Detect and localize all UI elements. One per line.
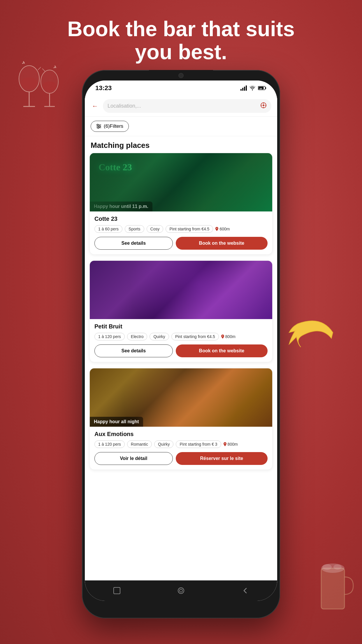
bar-image-aux-emotions: Happy hour all night bbox=[90, 368, 272, 427]
phone-notch bbox=[149, 70, 213, 80]
battery-icon: 45 bbox=[258, 86, 267, 90]
tag-romantic: Romantic bbox=[127, 440, 152, 448]
svg-line-13 bbox=[42, 69, 45, 71]
filters-label: (6)Filters bbox=[104, 123, 123, 129]
tag-distance-aux-emotions: 800m bbox=[224, 440, 238, 448]
filters-area: (6)Filters bbox=[85, 117, 277, 136]
bar-image-cotte23: Happy hour until 11 p.m. bbox=[90, 153, 272, 211]
cards-scroll[interactable]: Happy hour until 11 p.m. Cotte 23 1 à 60… bbox=[85, 153, 277, 580]
bar-info-aux-emotions: Aux Emotions 1 à 120 pers Romantic Quirk… bbox=[90, 427, 272, 470]
svg-line-12 bbox=[38, 67, 41, 70]
svg-point-39 bbox=[178, 588, 184, 594]
nav-icon-back[interactable] bbox=[240, 585, 250, 596]
bar-actions-cotte23: See details Book on the website bbox=[94, 237, 268, 250]
see-details-button-aux-emotions[interactable]: Voir le détail bbox=[94, 452, 173, 465]
bar-name-cotte23: Cotte 23 bbox=[94, 216, 268, 222]
bar-info-petit-bruit: Petit Bruit 1 à 120 pers Electro Quirky … bbox=[90, 319, 272, 362]
hero-title-line2: you best. bbox=[135, 40, 227, 64]
svg-rect-23 bbox=[265, 87, 266, 89]
svg-point-36 bbox=[99, 126, 101, 127]
tag-quirky-3: Quirky bbox=[154, 440, 173, 448]
svg-point-40 bbox=[180, 589, 182, 592]
bar-card-aux-emotions: Happy hour all night Aux Emotions 1 à 12… bbox=[89, 368, 273, 470]
tag-pint-price: Pint starting from €4.5 bbox=[166, 225, 213, 233]
svg-rect-20 bbox=[244, 87, 245, 91]
svg-rect-18 bbox=[240, 89, 242, 91]
matching-places-header: Matching places bbox=[85, 136, 277, 153]
bar-card-petit-bruit: Petit Bruit 1 à 120 pers Electro Quirky … bbox=[89, 260, 273, 362]
svg-rect-21 bbox=[246, 85, 247, 91]
bottom-nav bbox=[85, 580, 277, 601]
book-button-petit-bruit[interactable]: Book on the website bbox=[176, 344, 268, 357]
svg-point-16 bbox=[322, 564, 332, 570]
tag-quirky: Quirky bbox=[150, 333, 169, 340]
see-details-button-petit-bruit[interactable]: See details bbox=[94, 344, 173, 357]
svg-point-37 bbox=[98, 127, 99, 129]
tag-pint-price-3: Pint starting from € 3 bbox=[176, 440, 221, 448]
svg-rect-38 bbox=[114, 587, 120, 594]
svg-point-27 bbox=[263, 104, 264, 106]
svg-point-3 bbox=[21, 77, 37, 89]
bar-tags-aux-emotions: 1 à 120 pers Romantic Quirky Pint starti… bbox=[94, 440, 268, 448]
bar-info-cotte23: Cotte 23 1 à 60 pers Sports Cosy Pint st… bbox=[90, 211, 272, 254]
phone-camera bbox=[178, 73, 184, 78]
phone-screen: 13:23 bbox=[85, 80, 277, 601]
see-details-button-cotte23[interactable]: See details bbox=[94, 237, 173, 250]
bar-name-petit-bruit: Petit Bruit bbox=[94, 323, 268, 330]
bar-actions-petit-bruit: See details Book on the website bbox=[94, 344, 268, 357]
nav-icon-circle[interactable] bbox=[176, 585, 186, 596]
wifi-icon bbox=[249, 85, 256, 91]
svg-text:45: 45 bbox=[259, 88, 262, 90]
back-button[interactable]: ← bbox=[91, 101, 99, 111]
tag-capacity: 1 à 60 pers bbox=[94, 225, 122, 233]
svg-point-17 bbox=[333, 564, 342, 570]
svg-point-35 bbox=[97, 124, 99, 126]
bar-actions-aux-emotions: Voir le détail Réserver sur le site bbox=[94, 452, 268, 465]
nav-icon-square[interactable] bbox=[112, 585, 122, 596]
bar-image-petit-bruit bbox=[90, 261, 272, 319]
svg-rect-19 bbox=[242, 88, 243, 91]
search-placeholder[interactable]: Localisation,... bbox=[108, 103, 258, 109]
search-input-wrapper: Localisation,... bbox=[103, 99, 271, 113]
tag-cosy: Cosy bbox=[147, 225, 164, 233]
bar-badge-aux-emotions: Happy hour all night bbox=[90, 417, 143, 427]
status-icons: 45 bbox=[240, 85, 267, 91]
filters-button[interactable]: (6)Filters bbox=[91, 121, 129, 132]
tag-distance-cotte23: 600m bbox=[215, 225, 230, 233]
signal-icon bbox=[240, 85, 247, 91]
app-content: ← Localisation,... bbox=[85, 96, 277, 580]
phone-device: 13:23 bbox=[82, 70, 280, 618]
tag-capacity-3: 1 à 120 pers bbox=[94, 440, 125, 448]
yellow-arrow bbox=[286, 309, 339, 356]
search-area: ← Localisation,... bbox=[85, 96, 277, 117]
bar-name-aux-emotions: Aux Emotions bbox=[94, 431, 268, 438]
tag-electro: Electro bbox=[127, 333, 147, 340]
status-bar: 13:23 bbox=[85, 80, 277, 96]
location-icon[interactable] bbox=[260, 102, 267, 110]
tag-pint-price-2: Pint starting from €4.5 bbox=[171, 333, 219, 340]
bar-tags-cotte23: 1 à 60 pers Sports Cosy Pint starting fr… bbox=[94, 225, 268, 233]
book-button-cotte23[interactable]: Book on the website bbox=[176, 237, 268, 250]
bar-tags-petit-bruit: 1 à 120 pers Electro Quirky Pint startin… bbox=[94, 333, 268, 340]
beer-mug-decoration bbox=[315, 556, 356, 615]
svg-point-9 bbox=[43, 81, 57, 91]
tag-sports: Sports bbox=[125, 225, 144, 233]
tag-capacity-2: 1 à 120 pers bbox=[94, 333, 125, 340]
hero-title-line1: Book the bar that suits bbox=[67, 17, 295, 41]
svg-rect-14 bbox=[321, 568, 345, 609]
wine-glasses-decoration bbox=[12, 52, 70, 117]
bar-card-cotte23: Happy hour until 11 p.m. Cotte 23 1 à 60… bbox=[89, 153, 273, 255]
tag-distance-petit-bruit: 800m bbox=[221, 333, 236, 340]
status-time: 13:23 bbox=[95, 84, 112, 92]
book-button-aux-emotions[interactable]: Réserver sur le site bbox=[176, 452, 268, 465]
bar-badge-cotte23: Happy hour until 11 p.m. bbox=[90, 202, 152, 211]
